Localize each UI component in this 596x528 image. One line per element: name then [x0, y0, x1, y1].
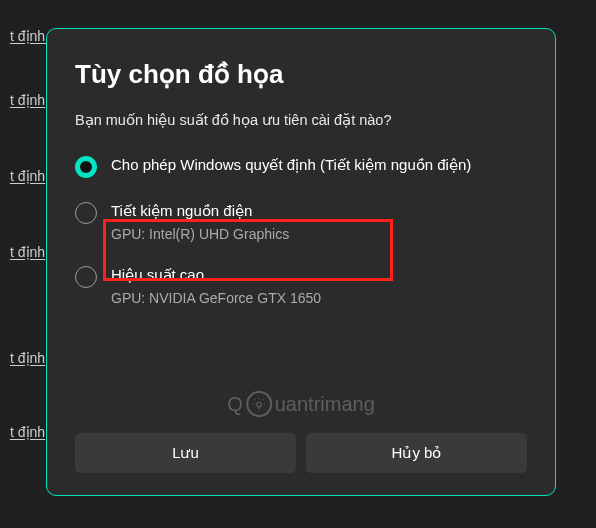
watermark: Q uantrimang: [227, 391, 375, 417]
radio-indicator-icon: [75, 266, 97, 288]
dialog-subtitle: Bạn muốn hiệu suất đồ họa ưu tiên cài đặ…: [75, 112, 527, 128]
radio-label: Hiệu suất cao: [111, 264, 527, 286]
radio-sublabel: GPU: Intel(R) UHD Graphics: [111, 226, 527, 242]
svg-point-0: [256, 402, 261, 407]
graphics-preference-dialog: Tùy chọn đồ họa Bạn muốn hiệu suất đồ họ…: [46, 28, 556, 496]
dialog-title: Tùy chọn đồ họa: [75, 59, 527, 90]
dialog-button-row: Lưu Hủy bỏ: [75, 433, 527, 473]
radio-sublabel: GPU: NVIDIA GeForce GTX 1650: [111, 290, 527, 306]
radio-indicator-icon: [75, 156, 97, 178]
radio-option-windows-decide[interactable]: Cho phép Windows quyết định (Tiết kiệm n…: [75, 150, 527, 182]
radio-option-power-saving[interactable]: Tiết kiệm nguồn điện GPU: Intel(R) UHD G…: [75, 196, 527, 246]
radio-indicator-icon: [75, 202, 97, 224]
radio-option-high-performance[interactable]: Hiệu suất cao GPU: NVIDIA GeForce GTX 16…: [75, 260, 527, 310]
lightbulb-icon: [246, 391, 272, 417]
radio-label: Tiết kiệm nguồn điện: [111, 200, 527, 222]
radio-label: Cho phép Windows quyết định (Tiết kiệm n…: [111, 154, 527, 176]
watermark-text-right: uantrimang: [275, 393, 375, 416]
watermark-text-left: Q: [227, 393, 243, 416]
save-button[interactable]: Lưu: [75, 433, 296, 473]
cancel-button[interactable]: Hủy bỏ: [306, 433, 527, 473]
